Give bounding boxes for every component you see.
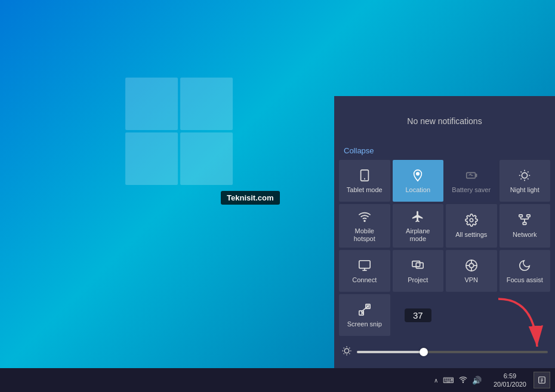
brightness-fill <box>357 351 424 353</box>
tile-connect-label: Connect <box>352 276 377 284</box>
tile-vpn[interactable]: VPN <box>446 250 497 292</box>
svg-rect-23 <box>519 215 523 217</box>
tile-screen-snip[interactable]: Screen snip <box>339 294 390 336</box>
tablet-mode-icon <box>358 169 371 184</box>
svg-point-6 <box>417 172 420 175</box>
svg-point-54 <box>462 382 463 382</box>
svg-point-36 <box>469 263 473 267</box>
tile-airplane-mode[interactable]: Airplane mode <box>393 204 444 248</box>
tile-night-light[interactable]: Night light <box>500 160 551 202</box>
taskbar-date: 20/01/2020 <box>494 380 526 388</box>
tile-mobile-hotspot-label: Mobile hotspot <box>344 227 386 243</box>
screen-snip-icon <box>358 303 371 318</box>
taskbar-time: 6:59 <box>504 372 516 380</box>
tile-tablet-mode-label: Tablet mode <box>347 186 383 194</box>
tray-wifi-icon <box>459 375 467 385</box>
svg-line-18 <box>528 178 528 179</box>
brightness-control <box>334 341 555 361</box>
svg-point-21 <box>364 220 365 221</box>
tile-location[interactable]: Location <box>393 160 444 202</box>
svg-rect-1 <box>180 78 233 130</box>
svg-line-51 <box>344 353 344 354</box>
battery-saver-icon <box>465 169 478 184</box>
svg-point-22 <box>470 218 473 222</box>
tile-screen-snip-label: Screen snip <box>347 320 382 328</box>
svg-line-19 <box>521 178 522 179</box>
location-icon <box>411 169 424 184</box>
svg-point-12 <box>522 172 528 178</box>
tray-expand-icon[interactable]: ∧ <box>434 377 438 384</box>
tile-focus-assist[interactable]: Focus assist <box>500 250 551 292</box>
tile-vpn-label: VPN <box>464 276 478 284</box>
mobile-hotspot-icon <box>358 210 371 225</box>
tile-all-settings-label: All settings <box>455 231 487 239</box>
tile-network-label: Network <box>513 231 536 239</box>
tile-project-label: Project <box>408 276 428 284</box>
taskbar: ∧ ⌨ 🔊 6:59 20/01/2020 <box>0 368 555 392</box>
svg-line-20 <box>528 171 528 172</box>
svg-point-44 <box>344 348 349 353</box>
notification-area: No new notifications <box>334 96 555 144</box>
svg-rect-2 <box>125 132 178 185</box>
svg-line-17 <box>521 171 522 172</box>
tile-night-light-label: Night light <box>510 186 539 194</box>
brightness-thumb[interactable] <box>420 348 428 356</box>
network-icon <box>518 214 531 229</box>
all-settings-icon <box>465 214 478 229</box>
taskbar-clock[interactable]: 6:59 20/01/2020 <box>490 372 530 389</box>
tile-network[interactable]: Network <box>500 204 551 248</box>
brightness-icon <box>341 345 352 359</box>
taskbar-tray-icons: ∧ ⌨ 🔊 <box>429 375 486 385</box>
svg-rect-24 <box>527 215 531 217</box>
tile-focus-assist-label: Focus assist <box>507 276 543 284</box>
svg-line-50 <box>349 353 350 354</box>
connect-icon <box>358 259 371 274</box>
action-center-panel: No new notifications Collapse Tablet mod… <box>334 96 555 368</box>
brightness-slider[interactable] <box>357 351 548 353</box>
vpn-icon <box>465 259 478 274</box>
collapse-button[interactable]: Collapse <box>334 144 555 160</box>
windows-logo <box>119 72 239 191</box>
tile-mobile-hotspot[interactable]: Mobile hotspot <box>339 204 390 248</box>
svg-line-52 <box>349 348 350 348</box>
svg-line-49 <box>344 348 344 348</box>
volume-value: 37 <box>405 308 431 322</box>
focus-assist-icon <box>518 259 531 274</box>
tile-tablet-mode[interactable]: Tablet mode <box>339 160 390 202</box>
tray-keyboard-icon: ⌨ <box>443 376 454 385</box>
taskbar-system-tray: ∧ ⌨ 🔊 6:59 20/01/2020 <box>429 372 550 389</box>
no-notifications-text: No new notifications <box>407 116 482 126</box>
airplane-mode-icon <box>411 210 424 225</box>
tile-connect[interactable]: Connect <box>339 250 390 292</box>
tile-all-settings[interactable]: All settings <box>446 204 497 248</box>
svg-rect-25 <box>523 223 527 225</box>
tray-volume-icon: 🔊 <box>472 376 482 385</box>
svg-rect-3 <box>180 132 233 185</box>
tile-location-label: Location <box>405 186 430 194</box>
tile-airplane-mode-label: Airplane mode <box>397 227 439 243</box>
svg-rect-0 <box>125 78 178 130</box>
tile-project[interactable]: Project <box>393 250 444 292</box>
action-center-button[interactable] <box>534 372 550 388</box>
svg-rect-30 <box>359 261 370 268</box>
volume-display-cell: 37 <box>393 294 444 336</box>
project-icon <box>411 259 424 274</box>
tile-battery-saver[interactable]: Battery saver <box>446 160 497 202</box>
tile-battery-saver-label: Battery saver <box>452 186 491 194</box>
quick-actions-grid: Tablet mode Location Batter <box>334 160 555 336</box>
night-light-icon <box>518 169 531 184</box>
watermark: Teknisit.com <box>221 191 280 205</box>
